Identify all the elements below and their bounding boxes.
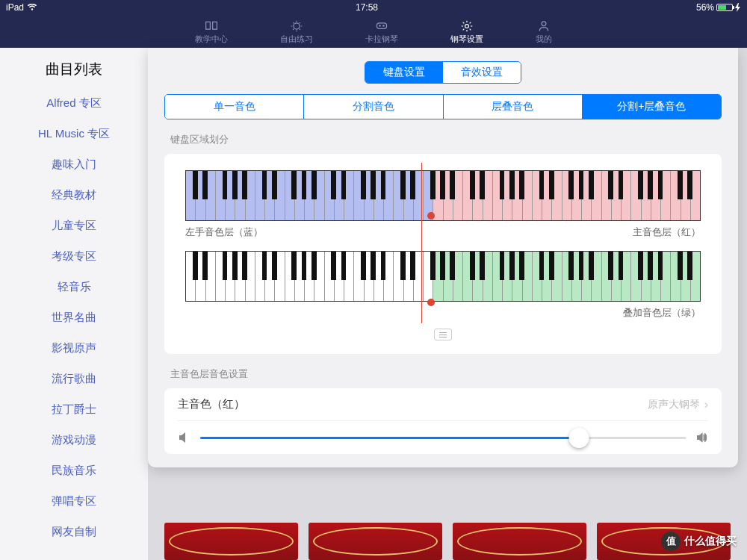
svg-point-3 bbox=[382, 25, 384, 26]
watermark: 值 什么值得买 bbox=[661, 532, 737, 551]
tone-tab-layer[interactable]: 层叠音色 bbox=[444, 95, 583, 119]
status-bar: iPad 17:58 56% bbox=[0, 0, 747, 15]
song-thumbnail[interactable] bbox=[309, 523, 442, 560]
tone-tab-single[interactable]: 单一音色 bbox=[165, 95, 304, 119]
slider-thumb[interactable] bbox=[569, 428, 589, 448]
svg-point-4 bbox=[465, 25, 469, 28]
nav-icon bbox=[459, 19, 475, 33]
svg-point-2 bbox=[379, 25, 380, 26]
sidebar-item[interactable]: 游戏动漫 bbox=[0, 425, 148, 455]
drag-handle[interactable] bbox=[434, 329, 452, 340]
sidebar-item[interactable]: HL Music 专区 bbox=[0, 119, 148, 149]
watermark-text: 什么值得买 bbox=[684, 535, 737, 548]
sidebar-item[interactable]: 网友自制 bbox=[0, 517, 148, 547]
sidebar-item[interactable]: 流行歌曲 bbox=[0, 364, 148, 394]
svg-point-5 bbox=[542, 22, 546, 26]
content-area: 键盘设置 音效设置 单一音色 分割音色 层叠音色 分割+层叠音色 键盘区域划分 … bbox=[148, 48, 747, 560]
sidebar-item[interactable]: 拉丁爵士 bbox=[0, 394, 148, 425]
volume-min-icon bbox=[178, 432, 190, 444]
split-line[interactable] bbox=[421, 163, 422, 323]
battery-pct: 56% bbox=[696, 2, 714, 13]
chevron-right-icon: › bbox=[704, 398, 708, 411]
sidebar: 曲目列表 Alfred 专区HL Music 专区趣味入门经典教材儿童专区考级专… bbox=[0, 48, 148, 560]
settings-modal: 键盘设置 音效设置 单一音色 分割音色 层叠音色 分割+层叠音色 键盘区域划分 … bbox=[148, 48, 738, 467]
song-thumbnail[interactable] bbox=[164, 523, 298, 560]
sidebar-item[interactable]: 世界名曲 bbox=[0, 302, 148, 333]
nav-icon bbox=[374, 19, 390, 33]
volume-slider[interactable] bbox=[200, 437, 686, 439]
split-dot-upper[interactable] bbox=[427, 212, 435, 220]
tone-tab-split-layer[interactable]: 分割+层叠音色 bbox=[583, 95, 721, 119]
clock: 17:58 bbox=[37, 2, 696, 13]
split-dot-lower[interactable] bbox=[427, 299, 435, 306]
label-left-layer: 左手音色层（蓝） bbox=[185, 225, 263, 239]
wifi-icon bbox=[27, 4, 37, 11]
sidebar-item[interactable]: 轻音乐 bbox=[0, 272, 148, 302]
battery-icon bbox=[716, 4, 733, 11]
nav-icon bbox=[288, 19, 305, 33]
svg-point-0 bbox=[294, 23, 300, 29]
keyboard-upper[interactable] bbox=[185, 170, 701, 221]
tone-segment: 单一音色 分割音色 层叠音色 分割+层叠音色 bbox=[164, 94, 722, 119]
nav-item-0[interactable]: 教学中心 bbox=[195, 19, 228, 45]
charging-icon bbox=[735, 3, 741, 12]
nav-icon bbox=[536, 19, 552, 33]
sidebar-item[interactable]: 经典教材 bbox=[0, 180, 148, 211]
nav-bar: 教学中心自由练习卡拉钢琴钢琴设置我的 bbox=[0, 15, 747, 48]
song-thumbnail[interactable] bbox=[453, 523, 586, 560]
nav-icon bbox=[203, 19, 220, 33]
main-segment: 键盘设置 音效设置 bbox=[365, 61, 521, 84]
sidebar-item[interactable]: 民族音乐 bbox=[0, 455, 148, 486]
tab-sound-settings[interactable]: 音效设置 bbox=[443, 62, 521, 83]
nav-item-1[interactable]: 自由练习 bbox=[280, 19, 313, 45]
tab-keyboard-settings[interactable]: 键盘设置 bbox=[365, 62, 443, 83]
main-tone-row[interactable]: 主音色（红） 原声大钢琴 › bbox=[178, 388, 708, 421]
tone-tab-split[interactable]: 分割音色 bbox=[304, 95, 443, 119]
volume-max-icon bbox=[696, 432, 708, 444]
svg-rect-1 bbox=[376, 23, 386, 28]
tone-settings-card: 主音色（红） 原声大钢琴 › bbox=[164, 388, 722, 454]
label-overlay-layer: 叠加音色层（绿） bbox=[185, 306, 701, 320]
song-thumbnails bbox=[164, 523, 731, 560]
keyboard-zones-card: 左手音色层（蓝） 主音色层（红） 叠加音色层（绿） bbox=[164, 154, 722, 354]
device-label: iPad bbox=[6, 2, 24, 13]
watermark-badge-icon: 值 bbox=[661, 532, 681, 551]
nav-item-2[interactable]: 卡拉钢琴 bbox=[365, 19, 398, 45]
keyboard-lower[interactable] bbox=[185, 251, 701, 302]
nav-item-4[interactable]: 我的 bbox=[536, 19, 552, 45]
main-tone-value: 原声大钢琴 bbox=[648, 398, 700, 411]
volume-row bbox=[178, 421, 708, 454]
label-main-layer: 主音色层（红） bbox=[633, 225, 701, 239]
sidebar-title: 曲目列表 bbox=[0, 48, 148, 88]
sidebar-item[interactable]: 趣味入门 bbox=[0, 149, 148, 180]
sidebar-item[interactable]: 考级专区 bbox=[0, 241, 148, 272]
sidebar-item[interactable]: 弹唱专区 bbox=[0, 486, 148, 517]
section-keyboard-zones: 键盘区域划分 bbox=[170, 133, 738, 146]
main-tone-label: 主音色（红） bbox=[178, 397, 648, 411]
nav-item-3[interactable]: 钢琴设置 bbox=[450, 19, 483, 45]
sidebar-item[interactable]: Alfred 专区 bbox=[0, 88, 148, 119]
section-main-tone: 主音色层音色设置 bbox=[170, 367, 738, 381]
sidebar-item[interactable]: 儿童专区 bbox=[0, 211, 148, 241]
sidebar-item[interactable]: 影视原声 bbox=[0, 333, 148, 364]
